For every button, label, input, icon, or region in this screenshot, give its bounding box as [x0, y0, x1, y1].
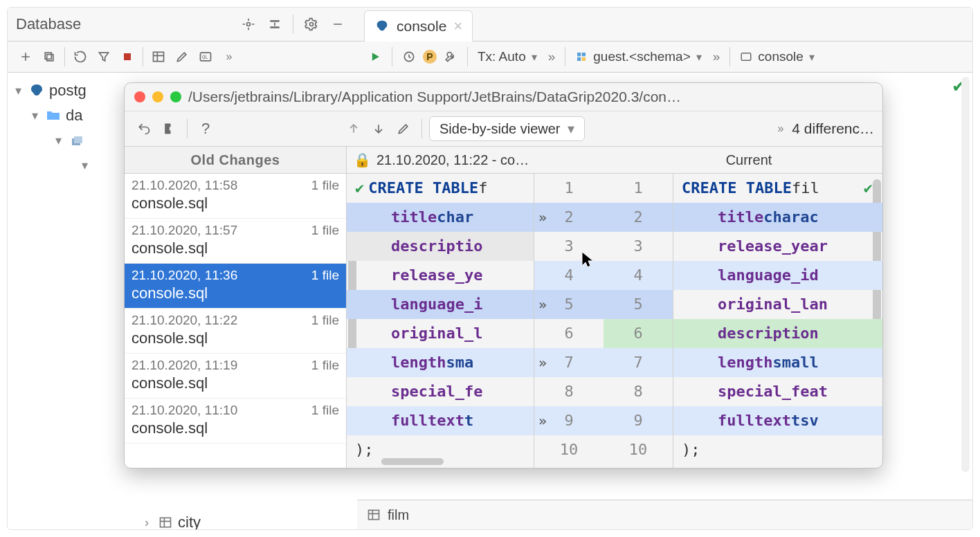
edit-icon[interactable] [392, 118, 415, 140]
window-minimize-button[interactable] [152, 91, 163, 102]
change-item[interactable]: 21.10.2020, 11:221 fileconsole.sql [125, 309, 346, 354]
mouse-cursor [581, 251, 595, 268]
table-icon [367, 508, 381, 522]
tree-table-city[interactable]: › city [12, 510, 357, 529]
svg-rect-6 [124, 53, 131, 60]
svg-rect-23 [170, 127, 173, 131]
gear-icon[interactable] [300, 13, 323, 35]
window-zoom-button[interactable] [170, 91, 181, 102]
tab-label: console [397, 18, 446, 35]
diff-left-pane[interactable]: ✔CREATE TABLE f title char descriptio re… [347, 174, 534, 468]
minimize-icon[interactable] [327, 13, 349, 35]
svg-rect-12 [161, 518, 171, 527]
svg-rect-11 [74, 136, 82, 143]
revert-icon[interactable] [133, 118, 155, 140]
close-icon[interactable]: × [453, 17, 462, 35]
refresh-button[interactable] [69, 46, 91, 68]
change-item[interactable]: 21.10.2020, 11:571 fileconsole.sql [125, 219, 346, 264]
postgres-icon [374, 19, 390, 34]
history-icon[interactable] [398, 46, 420, 68]
changes-header: Old Changes [125, 147, 346, 174]
filter-button[interactable] [93, 46, 115, 68]
ql-button[interactable]: QL [194, 46, 217, 68]
svg-rect-17 [582, 53, 586, 56]
svg-rect-20 [742, 53, 752, 61]
target-icon[interactable] [237, 13, 260, 35]
change-item[interactable]: 21.10.2020, 11:191 fileconsole.sql [125, 354, 346, 399]
svg-rect-18 [577, 57, 581, 61]
viewer-mode-select[interactable]: Side-by-side viewer ▾ [429, 116, 585, 141]
lock-icon: 🔒 [354, 152, 371, 168]
change-item[interactable]: 21.10.2020, 11:101 fileconsole.sql [125, 399, 346, 444]
tab-console[interactable]: console × [364, 10, 473, 42]
prev-diff-button[interactable] [343, 118, 365, 140]
help-icon[interactable]: ? [194, 118, 217, 140]
svg-rect-1 [270, 20, 279, 22]
editor-tabs[interactable]: console × [357, 8, 972, 42]
edit-button[interactable] [171, 46, 193, 68]
more-icon[interactable]: » [777, 122, 788, 135]
more-icon[interactable]: » [709, 49, 725, 64]
window-title: /Users/jetbrains/Library/Application Sup… [188, 89, 873, 105]
more-icon[interactable]: » [544, 49, 560, 64]
statusbar-table-name[interactable]: film [388, 507, 409, 523]
svg-rect-7 [154, 52, 164, 61]
local-history-window: /Users/jetbrains/Library/Application Sup… [124, 82, 883, 468]
schema-selector[interactable]: guest.<schema>▾ [571, 48, 705, 66]
svg-rect-19 [582, 57, 586, 61]
svg-point-3 [310, 23, 314, 26]
change-item[interactable]: 21.10.2020, 11:361 fileconsole.sql [125, 264, 346, 309]
patch-icon[interactable] [158, 118, 180, 140]
svg-rect-16 [577, 53, 581, 56]
window-close-button[interactable] [134, 91, 145, 102]
svg-rect-21 [369, 510, 379, 519]
editor-scrollbar[interactable] [961, 77, 970, 472]
split-icon[interactable] [264, 13, 286, 35]
table-icon [157, 514, 174, 529]
folder-icon [45, 107, 62, 124]
changes-list[interactable]: Old Changes 21.10.2020, 11:581 fileconso… [125, 147, 347, 468]
svg-point-0 [247, 23, 251, 26]
more-icon[interactable]: » [218, 46, 240, 68]
diff-gutter: 1»234»56»78»910 12345678910 [534, 174, 673, 468]
pending-badge: P [423, 50, 437, 64]
wrench-icon[interactable] [439, 46, 462, 68]
stop-button[interactable] [116, 46, 138, 68]
left-pane-label: 21.10.2020, 11:22 - co… [376, 152, 529, 168]
svg-rect-4 [47, 55, 53, 61]
right-pane-label: Current [615, 147, 882, 173]
svg-rect-5 [45, 53, 51, 59]
database-panel-title: Database [16, 15, 81, 33]
console-selector[interactable]: console▾ [736, 48, 819, 66]
tx-mode-selector[interactable]: Tx: Auto▾ [473, 48, 541, 66]
stack-icon [69, 132, 85, 149]
svg-rect-2 [270, 26, 279, 28]
diff-count-label: 4 differenc… [792, 120, 874, 137]
scrollbar[interactable] [381, 458, 444, 465]
run-button[interactable] [364, 46, 386, 68]
next-diff-button[interactable] [368, 118, 390, 140]
postgres-icon [28, 82, 45, 99]
add-datasource-button[interactable] [15, 46, 37, 68]
table-view-button[interactable] [147, 46, 170, 68]
change-item[interactable]: 21.10.2020, 11:581 fileconsole.sql [125, 174, 346, 219]
duplicate-button[interactable] [38, 46, 60, 68]
svg-text:QL: QL [202, 54, 209, 60]
diff-right-pane[interactable]: CREATE TABLE fil✔ title charac release_y… [673, 174, 882, 468]
